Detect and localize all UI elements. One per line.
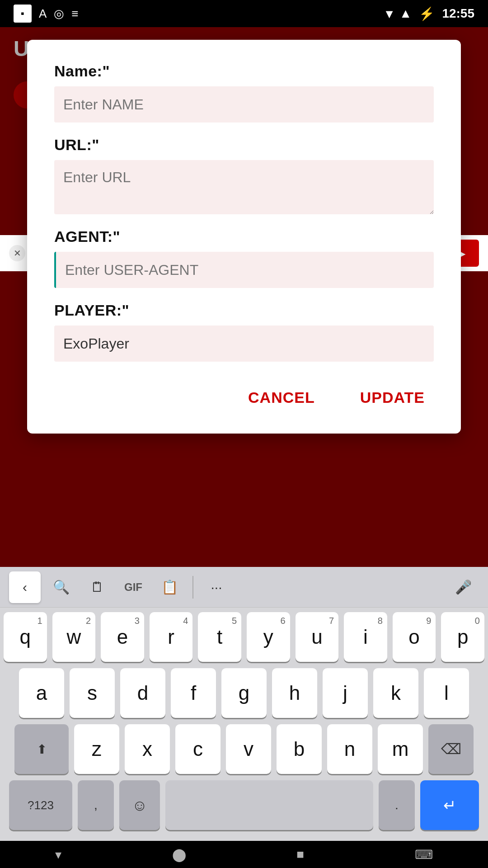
keyboard-row-1: 1q 2w 3e 4r 5t 6y 7u 8i 9o 0p (4, 612, 484, 662)
player-label: PLAYER:" (54, 302, 434, 319)
key-a[interactable]: a (19, 668, 64, 718)
key-g[interactable]: g (221, 668, 267, 718)
key-enter[interactable]: ↵ (420, 780, 479, 830)
key-p[interactable]: 0p (441, 612, 484, 662)
key-u[interactable]: 7u (296, 612, 339, 662)
key-shift[interactable]: ⬆ (14, 724, 69, 774)
key-comma[interactable]: , (78, 780, 114, 830)
key-t[interactable]: 5t (198, 612, 241, 662)
key-b[interactable]: b (277, 724, 322, 774)
keyboard-rows: 1q 2w 3e 4r 5t 6y 7u 8i 9o 0p a s d f g … (0, 608, 488, 841)
key-y[interactable]: 6y (247, 612, 290, 662)
keyboard-more-button[interactable]: ··· (201, 571, 232, 603)
key-f[interactable]: f (171, 668, 216, 718)
key-o[interactable]: 9o (393, 612, 436, 662)
key-x[interactable]: x (125, 724, 170, 774)
signal-icon: ▲ (399, 6, 412, 21)
key-h[interactable]: h (272, 668, 317, 718)
key-j[interactable]: j (323, 668, 368, 718)
status-time: 12:55 (442, 6, 474, 21)
player-input[interactable] (54, 326, 434, 362)
keyboard-toolbar-divider (192, 576, 193, 599)
url-input[interactable] (54, 160, 434, 214)
keyboard-back-button[interactable]: ‹ (9, 571, 41, 603)
battery-icon: ⚡ (419, 6, 435, 21)
key-i[interactable]: 8i (344, 612, 387, 662)
keyboard-clipboard-button[interactable]: 📋 (154, 571, 185, 603)
keyboard-row-2: a s d f g h j k l (4, 668, 484, 718)
key-z[interactable]: z (74, 724, 119, 774)
key-space[interactable] (165, 780, 373, 830)
status-icon-a: A (39, 7, 47, 21)
update-button[interactable]: UPDATE (351, 384, 434, 411)
ad-close-icon: ✕ (9, 245, 25, 261)
keyboard-mic-button[interactable]: 🎤 (447, 571, 479, 603)
wifi-icon: ▾ (386, 6, 392, 21)
keyboard-row-3: ⬆ z x c v b n m ⌫ (4, 724, 484, 774)
key-numbers[interactable]: ?123 (9, 780, 72, 830)
status-icon-circle: ◎ (54, 7, 64, 21)
key-period[interactable]: . (379, 780, 415, 830)
key-e[interactable]: 3e (101, 612, 144, 662)
key-backspace[interactable]: ⌫ (428, 724, 474, 774)
key-c[interactable]: c (175, 724, 221, 774)
app-icon-white: ▪ (14, 5, 32, 23)
key-s[interactable]: s (70, 668, 115, 718)
keyboard: ‹ 🔍 🗒 GIF 📋 ··· 🎤 1q 2w 3e 4r 5t 6y 7u 8… (0, 567, 488, 841)
status-bar-left: ▪ A ◎ ≡ (14, 5, 79, 23)
key-r[interactable]: 4r (150, 612, 193, 662)
key-q[interactable]: 1q (4, 612, 47, 662)
key-l[interactable]: l (424, 668, 469, 718)
key-k[interactable]: k (373, 668, 418, 718)
key-v[interactable]: v (226, 724, 271, 774)
keyboard-search-button[interactable]: 🔍 (45, 571, 77, 603)
url-label: URL:" (54, 136, 434, 154)
key-n[interactable]: n (327, 724, 372, 774)
agent-label: AGENT:" (54, 228, 434, 245)
name-input[interactable] (54, 86, 434, 123)
key-m[interactable]: m (378, 724, 423, 774)
key-d[interactable]: d (120, 668, 165, 718)
agent-input[interactable] (54, 252, 434, 288)
status-icon-menu: ≡ (71, 7, 78, 21)
status-bar-right: ▾ ▲ ⚡ 12:55 (386, 6, 474, 21)
edit-stream-dialog: Name:" URL:" AGENT:" PLAYER:" CANCEL UPD… (27, 40, 461, 434)
cancel-button[interactable]: CANCEL (239, 384, 324, 411)
keyboard-toolbar: ‹ 🔍 🗒 GIF 📋 ··· 🎤 (0, 567, 488, 608)
keyboard-row-4: ?123 , ☺ . ↵ (4, 780, 484, 830)
keyboard-gif-button[interactable]: GIF (117, 571, 149, 603)
name-label: Name:" (54, 62, 434, 80)
keyboard-sticker-button[interactable]: 🗒 (81, 571, 113, 603)
dialog-actions: CANCEL UPDATE (54, 384, 434, 411)
key-emoji[interactable]: ☺ (119, 780, 160, 830)
key-w[interactable]: 2w (52, 612, 96, 662)
status-bar: ▪ A ◎ ≡ ▾ ▲ ⚡ 12:55 (0, 0, 488, 27)
